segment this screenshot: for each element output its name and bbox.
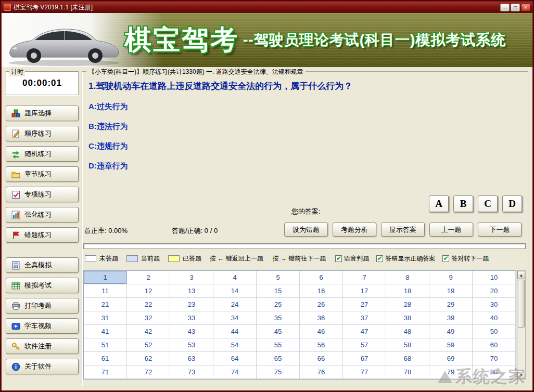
question-cell-19[interactable]: 19	[429, 284, 473, 298]
question-cell-39[interactable]: 39	[429, 311, 473, 325]
question-cell-57[interactable]: 57	[343, 338, 386, 352]
question-cell-46[interactable]: 46	[300, 325, 343, 338]
question-cell-56[interactable]: 56	[300, 338, 343, 352]
question-cell-14[interactable]: 14	[213, 284, 257, 298]
sidebar-item-about-software[interactable]: 关于软件	[6, 359, 79, 374]
question-cell-30[interactable]: 30	[473, 298, 516, 311]
question-cell-9[interactable]: 9	[429, 271, 473, 284]
answer-button-d[interactable]: D	[502, 195, 522, 212]
close-button[interactable]: ×	[521, 4, 530, 11]
question-cell-23[interactable]: 23	[170, 298, 213, 311]
option-c[interactable]: C:违规行为	[88, 141, 128, 152]
question-cell-44[interactable]: 44	[213, 325, 257, 338]
question-cell-27[interactable]: 27	[343, 298, 386, 311]
question-cell-24[interactable]: 24	[213, 298, 257, 311]
question-cell-28[interactable]: 28	[386, 298, 429, 311]
question-cell-54[interactable]: 54	[213, 338, 257, 352]
question-cell-36[interactable]: 36	[300, 311, 343, 325]
question-cell-18[interactable]: 18	[386, 284, 429, 298]
question-cell-41[interactable]: 41	[84, 325, 127, 338]
question-cell-21[interactable]: 21	[84, 298, 127, 311]
sidebar-item-intensive-practice[interactable]: 强化练习	[6, 207, 79, 223]
question-cell-40[interactable]: 40	[473, 311, 516, 325]
checkbox-box-voice-judge[interactable]: ✔	[335, 255, 342, 262]
question-cell-53[interactable]: 53	[170, 338, 213, 352]
question-cell-64[interactable]: 64	[213, 352, 257, 365]
question-cell-80[interactable]: 80	[473, 365, 516, 379]
question-cell-50[interactable]: 50	[473, 325, 516, 338]
maximize-button[interactable]: □	[511, 4, 520, 11]
set-wrong-button[interactable]: 设为错题	[284, 223, 328, 237]
question-cell-22[interactable]: 22	[127, 298, 170, 311]
question-cell-38[interactable]: 38	[386, 311, 429, 325]
sidebar-item-special-practice[interactable]: 专项练习	[6, 187, 79, 202]
option-b[interactable]: B:违法行为	[88, 122, 128, 133]
question-cell-17[interactable]: 17	[343, 284, 386, 298]
sidebar-item-question-bank[interactable]: 题库选择	[6, 106, 79, 121]
question-cell-68[interactable]: 68	[386, 352, 429, 365]
question-cell-72[interactable]: 72	[127, 365, 170, 379]
question-cell-16[interactable]: 16	[300, 284, 343, 298]
question-cell-73[interactable]: 73	[170, 365, 213, 379]
sidebar-item-random-practice[interactable]: 随机练习	[6, 146, 79, 162]
question-cell-67[interactable]: 67	[343, 352, 386, 365]
question-cell-48[interactable]: 48	[386, 325, 429, 338]
question-cell-15[interactable]: 15	[257, 284, 300, 298]
answer-button-b[interactable]: B	[453, 195, 473, 212]
question-cell-7[interactable]: 7	[343, 271, 386, 284]
minimize-button[interactable]: –	[500, 4, 510, 11]
question-cell-13[interactable]: 13	[170, 284, 213, 298]
checkbox-show-correct-on-wrong[interactable]: ✔答错显示正确答案	[376, 254, 435, 263]
question-cell-10[interactable]: 10	[473, 271, 516, 284]
option-a[interactable]: A:过失行为	[88, 102, 128, 113]
question-cell-43[interactable]: 43	[170, 325, 213, 338]
answer-button-a[interactable]: A	[429, 195, 449, 212]
question-cell-77[interactable]: 77	[343, 365, 386, 379]
question-cell-71[interactable]: 71	[84, 365, 127, 379]
sidebar-item-driving-videos[interactable]: 学车视频	[6, 318, 79, 334]
question-cell-3[interactable]: 3	[170, 271, 213, 284]
question-cell-59[interactable]: 59	[429, 338, 473, 352]
question-cell-65[interactable]: 65	[257, 352, 300, 365]
scroll-thumb[interactable]	[518, 280, 525, 328]
checkbox-voice-judge[interactable]: ✔语音判题	[335, 254, 369, 263]
grid-scrollbar[interactable]: ▲ ▼	[517, 270, 526, 380]
question-cell-5[interactable]: 5	[257, 271, 300, 284]
question-cell-51[interactable]: 51	[84, 338, 127, 352]
question-cell-25[interactable]: 25	[257, 298, 300, 311]
sidebar-item-wrong-question-practice[interactable]: 错题练习	[6, 227, 79, 243]
answer-button-c[interactable]: C	[478, 195, 498, 212]
sidebar-item-sequential-practice[interactable]: 顺序练习	[6, 126, 79, 141]
question-analysis-button[interactable]: 考题分析	[333, 223, 376, 237]
question-cell-34[interactable]: 34	[213, 311, 257, 325]
sidebar-item-mock-exam[interactable]: 模拟考试	[6, 278, 79, 293]
scroll-down-button[interactable]: ▼	[517, 371, 525, 379]
question-cell-66[interactable]: 66	[300, 352, 343, 365]
question-cell-76[interactable]: 76	[300, 365, 343, 379]
question-cell-69[interactable]: 69	[429, 352, 473, 365]
scroll-track[interactable]	[517, 328, 525, 371]
question-cell-70[interactable]: 70	[473, 352, 516, 365]
question-cell-26[interactable]: 26	[300, 298, 343, 311]
show-answer-button[interactable]: 显示答案	[381, 223, 425, 237]
checkbox-box-show-correct-on-wrong[interactable]: ✔	[376, 255, 383, 262]
prev-question-button[interactable]: 上一题	[429, 223, 473, 237]
question-cell-45[interactable]: 45	[257, 325, 300, 338]
sidebar-item-print-questions[interactable]: 打印考题	[6, 298, 79, 313]
question-cell-42[interactable]: 42	[127, 325, 170, 338]
question-cell-75[interactable]: 75	[257, 365, 300, 379]
question-cell-2[interactable]: 2	[127, 271, 170, 284]
question-cell-35[interactable]: 35	[257, 311, 300, 325]
question-cell-1[interactable]: 1	[84, 271, 127, 284]
sidebar-item-chapter-practice[interactable]: 章节练习	[6, 166, 79, 182]
question-cell-55[interactable]: 55	[257, 338, 300, 352]
question-cell-58[interactable]: 58	[386, 338, 429, 352]
checkbox-auto-next-on-correct[interactable]: ✔答对转下一题	[442, 254, 489, 263]
scroll-up-button[interactable]: ▲	[517, 271, 525, 279]
checkbox-box-auto-next-on-correct[interactable]: ✔	[442, 255, 449, 262]
question-cell-11[interactable]: 11	[84, 284, 127, 298]
question-cell-78[interactable]: 78	[386, 365, 429, 379]
question-cell-74[interactable]: 74	[213, 365, 257, 379]
question-cell-12[interactable]: 12	[127, 284, 170, 298]
question-cell-29[interactable]: 29	[429, 298, 473, 311]
